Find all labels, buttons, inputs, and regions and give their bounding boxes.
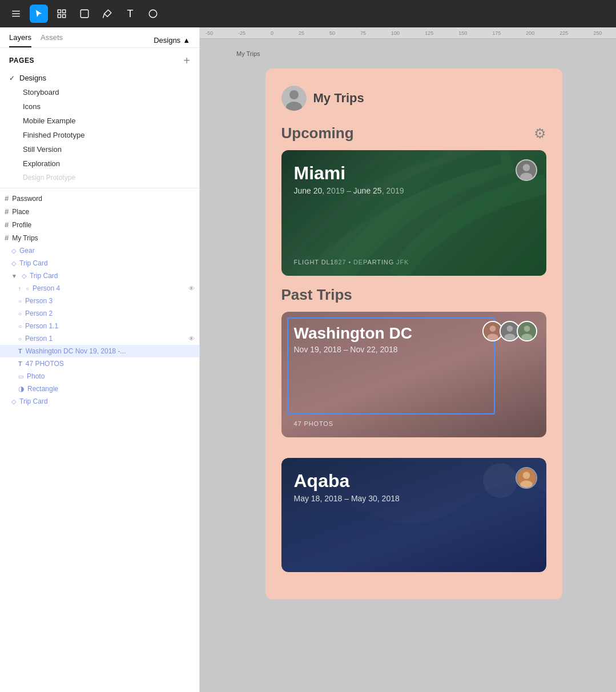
shape-tool[interactable] bbox=[75, 5, 94, 23]
upcoming-section-heading: Upcoming ⚙ bbox=[281, 124, 546, 142]
text-icon: T bbox=[18, 360, 22, 367]
canvas-wrapper: My Trips My Trips bbox=[211, 39, 616, 622]
diamond-icon: ◇ bbox=[11, 260, 16, 267]
layer-person-2[interactable]: ○ Person 2 bbox=[0, 307, 199, 320]
sidebar: Layers Assets Designs ▲ Pages + ✓ Design… bbox=[0, 27, 200, 692]
app-header: My Trips bbox=[281, 86, 546, 111]
aqaba-card-bg: Aqaba May 18, 2018 – May 30, 2018 bbox=[281, 458, 546, 572]
frame-tool[interactable] bbox=[53, 5, 71, 23]
comment-tool[interactable] bbox=[144, 5, 162, 23]
layer-washington-dc-text[interactable]: T Washington DC Nov 19, 2018 -... bbox=[0, 345, 199, 357]
page-item-exploration[interactable]: Exploration bbox=[5, 156, 195, 171]
page-item-designs[interactable]: ✓ Designs bbox=[5, 71, 195, 85]
past-trips-section: Past Trips Washington DC Nov 19, 2018 – … bbox=[281, 286, 546, 572]
canvas-content[interactable]: My Trips My Trips bbox=[211, 39, 616, 692]
miami-trip-card[interactable]: Miami June 20, 2019 – June 25, 2019 FLIG… bbox=[281, 150, 546, 276]
text-tool[interactable]: T bbox=[121, 5, 139, 23]
dc-photos-text: 47 PHOTOS bbox=[294, 420, 534, 427]
layers-list: # Password # Place # Profile # My Trips … bbox=[0, 192, 199, 692]
frame-label: My Trips bbox=[236, 50, 593, 57]
phone-frame: My Trips Upcoming ⚙ bbox=[265, 69, 562, 600]
dc-card-bg: Washington DC Nov 19, 2018 – Nov 22, 201… bbox=[281, 312, 546, 437]
miami-card-bg: Miami June 20, 2019 – June 25, 2019 FLIG… bbox=[281, 150, 546, 276]
svg-rect-5 bbox=[58, 15, 61, 18]
tab-designs[interactable]: Designs ▲ bbox=[154, 36, 190, 45]
svg-rect-3 bbox=[58, 10, 61, 13]
past-trips-title: Past Trips bbox=[281, 286, 546, 304]
washington-dc-trip-card[interactable]: Washington DC Nov 19, 2018 – Nov 22, 201… bbox=[281, 312, 546, 448]
dc-avatar-3 bbox=[517, 321, 537, 341]
dc-avatars bbox=[482, 321, 537, 341]
dc-inner: Washington DC Nov 19, 2018 – Nov 22, 201… bbox=[281, 312, 546, 437]
layer-trip-card-3[interactable]: ◇ Trip Card bbox=[0, 395, 199, 408]
page-item-mobile-example[interactable]: Mobile Example bbox=[5, 114, 195, 128]
layer-person-1[interactable]: ○ Person 1 👁 bbox=[0, 332, 199, 345]
svg-point-14 bbox=[522, 164, 530, 171]
page-list: ✓ Designs Storyboard Icons Mobile Exampl… bbox=[0, 71, 199, 184]
svg-point-20 bbox=[506, 325, 513, 332]
layer-trip-card-1[interactable]: ◇ Trip Card bbox=[0, 257, 199, 269]
page-item-design-prototype[interactable]: Design Prototype bbox=[5, 171, 195, 184]
layer-trip-card-2[interactable]: ▼ ◇ Trip Card bbox=[0, 269, 199, 282]
aqaba-trip-card[interactable]: Aqaba May 18, 2018 – May 30, 2018 bbox=[281, 458, 546, 572]
diamond-icon: ◇ bbox=[22, 272, 26, 280]
ruler-top: -50 -25 0 25 50 75 100 125 150 175 200 2… bbox=[200, 27, 616, 39]
rect-icon: ▭ bbox=[18, 373, 23, 380]
dc-dates: Nov 19, 2018 – Nov 22, 2018 bbox=[294, 345, 534, 354]
sidebar-tabs: Layers Assets Designs ▲ bbox=[0, 27, 199, 48]
page-item-finished-prototype[interactable]: Finished Prototype bbox=[5, 128, 195, 142]
canvas-area: -50 -25 0 25 50 75 100 125 150 175 200 2… bbox=[200, 27, 616, 692]
pages-header: Pages + bbox=[0, 48, 199, 71]
app-title: My Trips bbox=[313, 91, 364, 106]
settings-gear-icon[interactable]: ⚙ bbox=[534, 126, 546, 142]
layer-rectangle[interactable]: ◑ Rectangle bbox=[0, 383, 199, 395]
svg-rect-6 bbox=[63, 15, 66, 18]
text-icon: T bbox=[18, 348, 22, 355]
svg-rect-7 bbox=[80, 10, 88, 18]
layer-place[interactable]: # Place bbox=[0, 205, 199, 218]
layer-my-trips[interactable]: # My Trips bbox=[0, 231, 199, 244]
layer-password[interactable]: # Password bbox=[0, 192, 199, 205]
user-avatar bbox=[281, 86, 307, 111]
diamond-icon: ◇ bbox=[11, 398, 16, 405]
svg-line-8 bbox=[103, 14, 104, 18]
section-divider bbox=[0, 188, 199, 188]
layer-person-3[interactable]: ○ Person 3 bbox=[0, 295, 199, 307]
pen-tool[interactable] bbox=[98, 5, 116, 23]
diamond-icon: ◇ bbox=[11, 247, 16, 255]
miami-person-avatar bbox=[516, 159, 537, 181]
circle-icon: ○ bbox=[18, 311, 22, 317]
circle-icon: ○ bbox=[18, 298, 22, 304]
circle-icon: ○ bbox=[18, 323, 22, 329]
select-tool[interactable] bbox=[30, 5, 48, 23]
layer-gear[interactable]: ◇ Gear bbox=[0, 244, 199, 257]
layer-47-photos[interactable]: T 47 PHOTOS bbox=[0, 357, 199, 370]
hash-icon: # bbox=[5, 194, 9, 203]
tab-assets[interactable]: Assets bbox=[41, 33, 63, 47]
svg-point-9 bbox=[149, 10, 157, 18]
menu-button[interactable] bbox=[7, 5, 25, 23]
page-item-storyboard[interactable]: Storyboard bbox=[5, 85, 195, 99]
layer-photo[interactable]: ▭ Photo bbox=[0, 370, 199, 383]
half-icon: ◑ bbox=[18, 385, 24, 393]
eye-icon: 👁 bbox=[188, 335, 195, 342]
hash-icon: # bbox=[5, 234, 9, 242]
svg-rect-4 bbox=[63, 10, 66, 13]
toolbar: T bbox=[0, 0, 616, 27]
page-item-icons[interactable]: Icons bbox=[5, 99, 195, 114]
tab-layers[interactable]: Layers bbox=[9, 33, 31, 47]
hash-icon: # bbox=[5, 220, 9, 229]
main-area: Layers Assets Designs ▲ Pages + ✓ Design… bbox=[0, 27, 616, 692]
hash-icon: # bbox=[5, 207, 9, 216]
page-item-still-version[interactable]: Still Version bbox=[5, 142, 195, 156]
add-page-button[interactable]: + bbox=[183, 55, 190, 66]
svg-point-11 bbox=[289, 90, 299, 99]
circle-icon: ○ bbox=[18, 336, 22, 342]
aqaba-dates: May 18, 2018 – May 30, 2018 bbox=[294, 494, 534, 503]
svg-point-17 bbox=[489, 325, 496, 332]
eye-icon: 👁 bbox=[188, 285, 195, 292]
layer-profile[interactable]: # Profile bbox=[0, 218, 199, 231]
pages-title: Pages bbox=[9, 57, 34, 65]
layer-person-1-1[interactable]: ○ Person 1.1 bbox=[0, 320, 199, 332]
layer-person-4[interactable]: ↑ ○ Person 4 👁 bbox=[0, 282, 199, 295]
